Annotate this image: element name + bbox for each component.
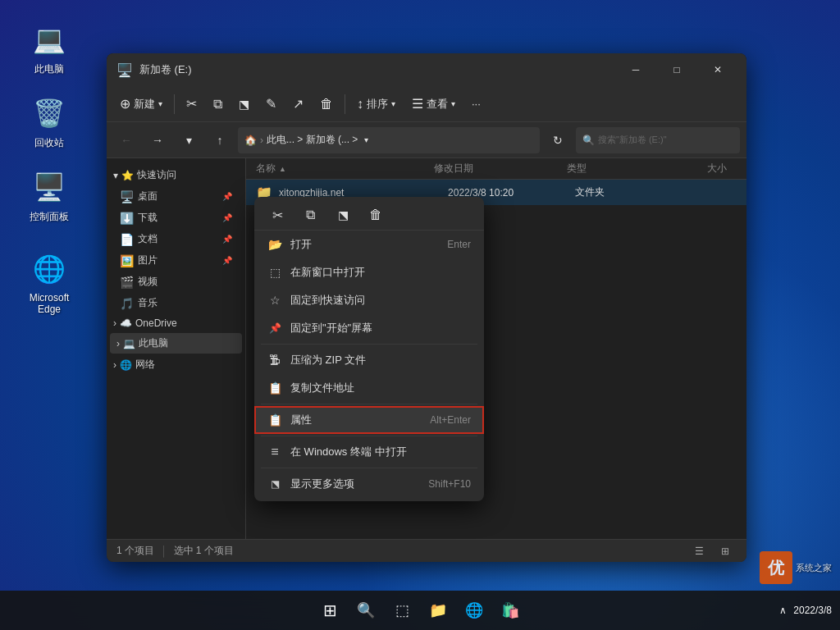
store-taskbar-button[interactable]: 🛍️ (494, 594, 527, 627)
sidebar-section-network[interactable]: › 🌐 网络 (107, 354, 245, 375)
view-icon: ☰ (412, 96, 423, 112)
desktop-icon-this-pc[interactable]: 💻 此电脑 (16, 16, 82, 80)
search-box[interactable]: 🔍 搜索"新加卷 (E:)" (576, 127, 740, 153)
ctx-separator-4 (261, 468, 477, 468)
ctx-open[interactable]: 📂 打开 Enter (254, 231, 484, 258)
up-button[interactable]: ↑ (207, 127, 233, 153)
file-list-header: 名称 ▲ 修改日期 类型 大小 (246, 158, 746, 180)
list-view-button[interactable]: ☰ (687, 542, 710, 560)
edge-taskbar-button[interactable]: 🌐 (458, 594, 491, 627)
search-button[interactable]: 🔍 (349, 594, 382, 627)
address-home-icon: 🏠 (244, 135, 257, 146)
documents-sidebar-label: 文档 (138, 232, 158, 246)
ctx-pin-start[interactable]: 📌 固定到"开始"屏幕 (254, 314, 484, 342)
grid-view-button[interactable]: ⊞ (714, 542, 737, 560)
ctx-copy-path[interactable]: 📋 复制文件地址 (254, 374, 484, 402)
share-icon: ↗ (293, 96, 304, 112)
header-type[interactable]: 类型 (567, 162, 655, 176)
ctx-more-options[interactable]: ⬔ 显示更多选项 Shift+F10 (254, 470, 484, 498)
ctx-more-options-shortcut: Shift+F10 (428, 478, 471, 490)
cut-button[interactable]: ✂ (180, 93, 203, 115)
refresh-button[interactable]: ↻ (545, 127, 571, 153)
ctx-zip[interactable]: 🗜 压缩为 ZIP 文件 (254, 346, 484, 374)
desktop-icon-edge[interactable]: 🌐 Microsoft Edge (16, 246, 82, 318)
taskbar: ⊞ 🔍 ⬚ 📁 🌐 🛍️ ∧ 2022/3/8 (0, 591, 840, 630)
this-pc-sidebar-label: 此电脑 (139, 336, 168, 350)
sidebar-item-desktop[interactable]: 🖥️ 桌面 📌 (110, 186, 242, 207)
desktop-icon-recycle[interactable]: 🗑️ 回收站 (16, 90, 82, 153)
ctx-properties[interactable]: 📋 属性 Alt+Enter (254, 406, 484, 434)
toolbar: ⊕ 新建 ▾ ✂ ⧉ ⬔ ✎ ↗ 🗑 (107, 86, 746, 122)
ctx-cut-button[interactable]: ✂ (264, 203, 290, 226)
status-count: 1 个项目 (116, 544, 154, 558)
desktop-sidebar-icon: 🖥️ (120, 190, 133, 203)
sidebar-item-downloads[interactable]: ⬇️ 下载 📌 (110, 208, 242, 228)
ctx-separator-1 (261, 344, 477, 345)
onedrive-icon: ☁️ (120, 317, 132, 329)
ctx-terminal[interactable]: ≡ 在 Windows 终端 中打开 (254, 438, 484, 466)
rename-icon: ✎ (266, 96, 276, 112)
ctx-pin-quick-label: 固定到快速访问 (290, 293, 471, 308)
watermark-logo: 优 (760, 551, 792, 584)
sidebar-section-quick-access[interactable]: ▾ ⭐ 快速访问 (107, 165, 245, 185)
copy-button[interactable]: ⧉ (207, 94, 229, 115)
recycle-icon: 🗑️ (30, 94, 69, 133)
ctx-pin-quick[interactable]: ☆ 固定到快速访问 (254, 286, 484, 314)
sidebar-item-documents[interactable]: 📄 文档 📌 (110, 229, 242, 249)
status-selected: 选中 1 个项目 (174, 544, 234, 558)
header-date[interactable]: 修改日期 (434, 162, 567, 176)
cut-icon: ✂ (186, 96, 197, 112)
task-view-button[interactable]: ⬚ (386, 594, 418, 627)
ctx-open-new-label: 在新窗口中打开 (290, 265, 471, 280)
desktop-icon-control-panel[interactable]: 🖥️ 控制面板 (16, 164, 82, 227)
new-button[interactable]: ⊕ 新建 ▾ (113, 93, 169, 115)
watermark-text: 系统之家 (796, 562, 832, 574)
paste-button[interactable]: ⬔ (232, 94, 256, 114)
maximize-button[interactable]: □ (658, 57, 696, 83)
title-bar-icon: 🖥️ (116, 62, 133, 78)
sort-button[interactable]: ↕ 排序 ▾ (350, 94, 402, 115)
forward-button[interactable]: → (144, 127, 171, 153)
explorer-taskbar-button[interactable]: 📁 (422, 594, 454, 627)
sidebar-item-videos[interactable]: 🎬 视频 (110, 272, 242, 292)
taskbar-datetime[interactable]: 2022/3/8 (793, 605, 832, 616)
delete-button[interactable]: 🗑 (313, 94, 340, 115)
recent-button[interactable]: ▾ (176, 127, 202, 153)
sidebar: ▾ ⭐ 快速访问 🖥️ 桌面 📌 ⬇️ 下载 📌 📄 文档 📌 (107, 158, 246, 539)
more-button[interactable]: ··· (465, 94, 487, 113)
ctx-open-icon: 📂 (267, 237, 282, 252)
pictures-sidebar-icon: 🖼️ (120, 254, 133, 267)
context-menu-mini-toolbar: ✂ ⧉ ⬔ 🗑 (254, 200, 484, 231)
desktop-sidebar-label: 桌面 (138, 189, 158, 203)
ctx-copy-button[interactable]: ⧉ (297, 203, 323, 226)
ctx-paste-button[interactable]: ⬔ (330, 203, 356, 226)
ctx-delete-button[interactable]: 🗑 (363, 203, 389, 226)
address-input[interactable]: 🏠 › 此电... > 新加卷 (... > ▾ (238, 127, 540, 153)
back-button[interactable]: ← (113, 127, 139, 153)
music-sidebar-label: 音乐 (138, 296, 158, 310)
minimize-button[interactable]: ─ (617, 57, 655, 83)
music-sidebar-icon: 🎵 (120, 297, 133, 310)
this-pc-label: 此电脑 (34, 62, 64, 76)
network-label: 网络 (135, 358, 155, 372)
sidebar-item-music[interactable]: 🎵 音乐 (110, 293, 242, 313)
sidebar-item-pictures[interactable]: 🖼️ 图片 📌 (110, 250, 242, 271)
close-button[interactable]: ✕ (699, 57, 737, 83)
rename-button[interactable]: ✎ (259, 93, 283, 115)
status-view-controls: ☰ ⊞ (687, 542, 737, 560)
file-type: 文件夹 (575, 185, 660, 199)
edge-icon: 🌐 (30, 249, 69, 289)
sidebar-section-this-pc[interactable]: › 💻 此电脑 (110, 333, 242, 354)
view-button[interactable]: ☰ 查看 ▾ (405, 93, 462, 115)
delete-icon: 🗑 (320, 97, 333, 112)
address-path: 此电... > 新加卷 (... > (267, 133, 358, 147)
header-name[interactable]: 名称 ▲ (256, 162, 434, 176)
pictures-sidebar-label: 图片 (138, 253, 158, 267)
start-button[interactable]: ⊞ (313, 594, 346, 627)
header-size[interactable]: 大小 (655, 162, 737, 176)
sidebar-section-onedrive[interactable]: › ☁️ OneDrive (107, 314, 245, 332)
network-icon: 🌐 (120, 359, 132, 371)
sort-icon: ↕ (357, 97, 363, 112)
share-button[interactable]: ↗ (286, 93, 310, 115)
ctx-open-new[interactable]: ⬚ 在新窗口中打开 (254, 258, 484, 286)
